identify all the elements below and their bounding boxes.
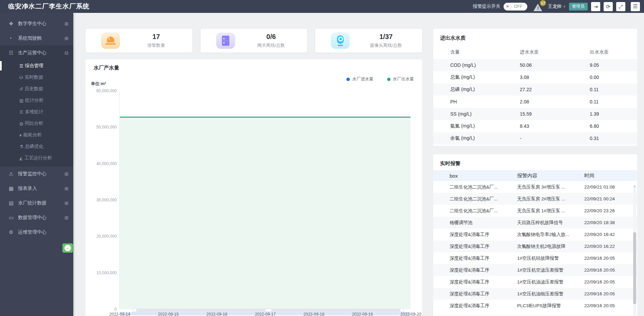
alarm-time: 22/09/20 18:38 [584,220,629,225]
alarm-box: 深度处理&消毒工序 [450,291,517,297]
main-content: 17报警数量0/6网关离线/总数1/37摄像头离线/总数 水厂产水量 水厂进水量… [73,13,644,316]
y-tick-label: 0 [88,307,117,312]
alarm-row: 深度处理&消毒工序次氯酸钠主机2电源故障22/09/20 16:22 [433,240,637,252]
sidebar-subitem-energy[interactable]: ♦能耗分析 [0,129,73,141]
gateway-icon [216,33,235,49]
sidebar-item-label: 生产运营中心 [18,50,64,56]
app-root: 临安净水二厂李生水厂系统 报警提示开关 ✕ OFF ! 17 王龙帅 ∨ 管理员… [0,0,644,316]
datazoom-slider[interactable] [134,309,402,312]
scrollbar-thumb[interactable] [633,232,636,304]
expand-icon[interactable]: ⊞ [64,21,69,26]
water-quality-col-header: 出水水质 [590,49,629,55]
alarm-content: 1#空压机轻故障报警 [517,255,584,261]
sidebar-item-label: 报表录入 [18,185,64,192]
sidebar-subitem-compare[interactable]: ◍同比分析 [0,118,73,129]
alarm-box: 二组生化池二沉池&厂... [450,196,517,202]
x-axis-label: 2022-09-14 [104,312,135,316]
sidebar-item-monitor[interactable]: ▭数据管理中心⊞ [0,210,73,225]
alarm-box: 二组生化池二沉池&厂... [450,208,517,214]
sidebar-subitem-label: 实时数据 [25,74,43,80]
sidebar-subitem-label: 工艺运行分析 [24,155,52,161]
alarm-box: 二组生化池二沉池&厂... [450,184,517,190]
header-actions: 报警提示开关 ✕ OFF ! 17 王龙帅 ∨ 管理员 ⇥ ⟳ ⤢ ☰ [473,2,640,11]
alarm-time: 22/09/16 20:05 [584,268,629,273]
parameter-value: 15.59 [520,111,590,117]
sidebar-subitem-label: 能耗分析 [23,132,42,138]
sidebar-subitem-label: 综合管理 [25,63,43,69]
expand-icon[interactable]: ⊞ [64,200,69,206]
sidebar-item-sitemap[interactable]: ☷生产运营中心⊟ [0,45,73,60]
parameter-value: 50.06 [520,62,590,68]
sidebar-subitem-label: 总磷优化 [25,143,43,150]
logout-button[interactable]: ⇥ [591,2,600,11]
datazoom-grip[interactable] [265,309,271,311]
sitemap-icon: ☷ [9,50,18,56]
legend-item-水厂出水量[interactable]: 水厂出水量 [387,76,414,82]
legend-dot-icon [387,78,391,81]
sidebar-item-label: 报警监控中心 [18,171,64,177]
sidebar-subitem-database[interactable]: ⛁实时数据 [0,72,73,83]
sidebar-item-label: 水厂统计数据 [18,200,64,206]
chevron-down-icon: ∨ [563,5,566,8]
stat-card-siren: 17报警数量 [86,29,192,53]
sidebar-subitem-flask[interactable]: ⚗总磷优化 [0,141,73,152]
fullscreen-button[interactable]: ⤢ [616,2,625,11]
stat-cards: 17报警数量0/6网关离线/总数1/37摄像头离线/总数 [86,29,422,53]
alarm-time: 22/09/20 23:26 [584,208,629,213]
user-avatar[interactable]: ! 17 [533,2,544,11]
sidebar-collapse-button[interactable]: ← [62,243,73,253]
x-axis-label: 2022-09-19 [347,312,378,316]
alarm-time: 22/09/20 16:22 [584,244,629,249]
sidebar-subitem-barchart[interactable]: ▥统计分析 [0,95,73,106]
expand-icon[interactable]: ⊞ [64,171,69,177]
sidebar-item-dashboard[interactable]: ◔系统驾驶舱⊞ [0,31,73,45]
water-quality-row: PH2.080.11 [433,96,637,108]
refresh-button[interactable]: ⟳ [604,2,613,11]
alarm-table: box报警内容时间二组生化池二沉池&厂...无负压泵房 3#增压泵 ...22/… [433,170,637,312]
sidebar-item-label: 系统驾驶舱 [18,35,64,41]
expand-icon[interactable]: ⊞ [64,215,69,220]
alarm-box: 深度处理&消毒工序 [450,267,517,273]
chart-plot-area: 2022-09-142022-09-152022-09-162022-09-17… [119,91,411,309]
expand-icon[interactable]: ⊞ [64,36,69,41]
parameter-value: 0.00 [590,75,629,80]
alarm-time: 22/09/16 20:05 [584,303,629,308]
monitor-icon: ▭ [9,215,18,221]
parameter-value: 6.80 [590,123,629,129]
sidebar-subitem-list[interactable]: ☰综合管理 [0,60,73,72]
legend-label: 水厂出水量 [393,76,414,82]
alarm-time: 22/09/21 00:24 [584,196,629,201]
alarm-toggle-switch[interactable]: ✕ OFF [504,3,527,11]
expand-icon[interactable]: ⊞ [64,186,69,191]
stat-value: 1/37 [350,33,422,41]
series-line-水厂出水量 [120,117,411,118]
sidebar-item-alarm[interactable]: ⚠报警监控中心⊞ [0,166,73,181]
sidebar-subitem-areachart[interactable]: ◭工艺运行分析 [0,152,73,164]
menu-button[interactable]: ☰ [631,2,640,11]
alarm-content: 1#空压机空滤压差报警 [517,267,584,273]
history-icon: ↺ [19,86,23,92]
sidebar-item-printer[interactable]: ▤水厂统计数据⊞ [0,196,73,210]
sidebar-item-cubes[interactable]: ❖数字孪生中心⊞ [0,16,73,31]
warning-exclamation: ! [537,6,538,11]
alarm-box: 深度处理&消毒工序 [450,232,517,238]
username-menu[interactable]: 王龙帅 ∨ [548,3,565,9]
parameter-value: 8.43 [520,123,590,129]
sidebar-subitem-history[interactable]: ↺历史数据 [0,83,73,95]
sidebar-item-report[interactable]: ▦报表录入⊞ [0,181,73,196]
alarm-content: PLC3柜UPS故障报警 [517,303,584,309]
sidebar-item-gears[interactable]: ⚙运维管理中心 [0,225,73,239]
parameter-name: SS (mg/L) [450,111,520,117]
legend-item-水厂进水量[interactable]: 水厂进水量 [346,76,374,82]
water-quality-row: 氨氮 (mg/L)8.436.80 [433,120,637,132]
sidebar-subitem-multilist[interactable]: ☰多维统计 [0,106,73,118]
sidebar: ❖数字孪生中心⊞◔系统驾驶舱⊞☷生产运营中心⊟☰综合管理⛁实时数据↺历史数据▥统… [0,13,73,316]
scrollbar-up-arrow[interactable]: ▲ [633,185,636,187]
alarm-icon: ⚠ [9,171,18,177]
alarm-col-header: 报警内容 [517,173,584,179]
dashboard-icon: ◔ [9,35,18,41]
parameter-name: 总磷 (mg/L) [450,86,520,93]
collapse-icon[interactable]: ⊟ [64,50,69,56]
alarm-table-scrollbar[interactable]: ▲ [633,185,636,316]
water-quality-row: 总磷 (mg/L)27.220.11 [433,83,637,96]
